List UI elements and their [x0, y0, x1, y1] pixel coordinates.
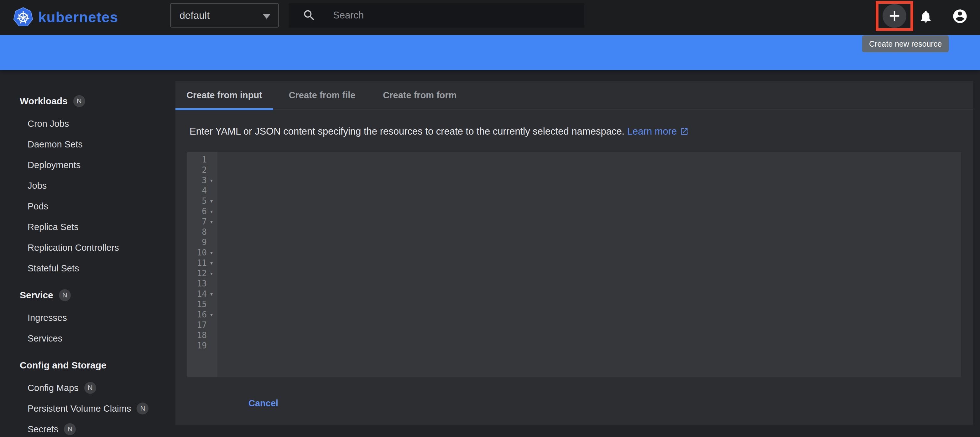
sidebar-item-label: Secrets: [27, 424, 58, 434]
sidebar-item[interactable]: Daemon Sets: [0, 134, 175, 155]
create-card: Create from input Create from file Creat…: [175, 81, 973, 425]
editor-line: 6 ▾: [187, 206, 961, 216]
sidebar-item-label: Jobs: [27, 180, 47, 191]
fold-arrow-icon[interactable]: ▾: [207, 197, 216, 205]
editor-line: 15: [187, 299, 961, 309]
tab-create-from-form[interactable]: Create from form: [371, 81, 469, 109]
sidebar-item[interactable]: Jobs: [0, 175, 175, 196]
fold-arrow-icon[interactable]: ▾: [207, 207, 216, 215]
brand-title: kubernetes: [38, 9, 118, 26]
line-number: 18: [187, 331, 207, 340]
namespace-value: default: [180, 10, 210, 21]
search-box[interactable]: [288, 3, 584, 27]
sidebar-section-title: Workloads: [20, 96, 68, 106]
editor-gutter-cell: 15: [187, 299, 218, 309]
editor-line: 7 ▾: [187, 216, 961, 226]
yaml-editor[interactable]: 1 2: [187, 152, 961, 377]
sidebar-item[interactable]: Services: [0, 328, 175, 349]
sidebar-item[interactable]: Cron Jobs: [0, 113, 175, 134]
line-number: 13: [187, 279, 207, 288]
fold-arrow-icon[interactable]: ▾: [207, 177, 216, 184]
editor-gutter-cell: 8: [187, 227, 218, 237]
fold-arrow-icon[interactable]: ▾: [207, 218, 216, 225]
line-number: 12: [187, 269, 207, 278]
editor-line: 12 ▾: [187, 268, 961, 278]
editor-description: Enter YAML or JSON content specifying th…: [189, 126, 689, 137]
fold-arrow-icon[interactable]: ▾: [207, 311, 216, 318]
sidebar-item[interactable]: Config Maps N: [0, 377, 175, 398]
line-number: 6: [187, 207, 207, 216]
tab-create-from-file[interactable]: Create from file: [273, 81, 371, 109]
editor-line: 19: [187, 340, 961, 351]
editor-gutter-cell: 11 ▾: [187, 258, 218, 268]
sidebar-section: Service N Ingresses Services: [0, 283, 175, 349]
sidebar-item-label: Pods: [27, 201, 48, 212]
sidebar-section-items: Cron Jobs Daemon Sets Deployments: [0, 113, 175, 279]
namespace-select[interactable]: default: [170, 3, 279, 27]
fold-arrow-icon[interactable]: ▾: [207, 259, 216, 267]
sidebar-item[interactable]: Secrets N: [0, 419, 175, 437]
editor-gutter-cell: 14 ▾: [187, 289, 218, 299]
sidebar-section-header: Workloads N: [0, 89, 175, 113]
line-number: 10: [187, 248, 207, 257]
fold-arrow-icon[interactable]: ▾: [207, 269, 216, 277]
cancel-button[interactable]: Cancel: [248, 398, 278, 408]
sidebar-section-items: Ingresses Services: [0, 307, 175, 349]
line-number: 16: [187, 310, 207, 319]
editor-gutter-cell: 12 ▾: [187, 269, 218, 278]
sidebar-item-label: Deployments: [27, 160, 81, 170]
fold-arrow-icon[interactable]: ▾: [207, 249, 216, 256]
editor-gutter-cell: 4: [187, 186, 218, 195]
editor-gutter-cell: 3 ▾: [187, 176, 218, 185]
editor-line: 5 ▾: [187, 196, 961, 206]
sidebar-item-label: Stateful Sets: [27, 263, 79, 274]
editor-line: 8: [187, 226, 961, 237]
editor-line: 17: [187, 320, 961, 330]
sidebar-section-title: Service: [20, 290, 53, 301]
notifications-bell-icon[interactable]: [919, 10, 933, 24]
sidebar-nav: Workloads N Cron Jobs Daemon Sets: [0, 70, 175, 437]
sidebar-item[interactable]: Persistent Volume Claims N: [0, 398, 175, 419]
sidebar-item[interactable]: Replica Sets: [0, 217, 175, 237]
tab-create-from-input[interactable]: Create from input: [175, 81, 273, 109]
editor-line: 13: [187, 278, 961, 289]
create-new-resource-button[interactable]: [883, 4, 906, 28]
sidebar-item[interactable]: Stateful Sets: [0, 258, 175, 279]
line-number: 17: [187, 320, 207, 329]
account-icon[interactable]: [952, 8, 968, 24]
editor-line: 11 ▾: [187, 258, 961, 268]
sidebar-section-items: Config Maps N Persistent Volume Claims N…: [0, 377, 175, 437]
sidebar-item-label: Replica Sets: [27, 222, 79, 232]
create-tabs: Create from input Create from file Creat…: [175, 81, 973, 110]
editor-gutter-cell: 10 ▾: [187, 248, 218, 257]
editor-gutter-cell: 9: [187, 238, 218, 247]
external-link-icon: [680, 127, 689, 136]
sidebar-item[interactable]: Replication Controllers: [0, 237, 175, 258]
sidebar-item[interactable]: Ingresses: [0, 307, 175, 328]
learn-more-link[interactable]: Learn more: [627, 126, 689, 137]
namespaced-badge: N: [73, 95, 85, 107]
chevron-down-icon: [262, 14, 271, 19]
editor-gutter-cell: 19: [187, 341, 218, 350]
line-number: 2: [187, 165, 207, 175]
line-number: 8: [187, 227, 207, 237]
line-number: 15: [187, 299, 207, 309]
sidebar-item-label: Ingresses: [27, 313, 67, 323]
sidebar-item-label: Replication Controllers: [27, 242, 119, 253]
sidebar-item-label: Services: [27, 333, 62, 344]
sidebar-item[interactable]: Pods: [0, 196, 175, 217]
sidebar-item-label: Cron Jobs: [27, 119, 69, 129]
fold-arrow-icon[interactable]: ▾: [207, 290, 216, 298]
editor-gutter-cell: 2: [187, 165, 218, 175]
search-input[interactable]: [333, 10, 552, 21]
line-number: 14: [187, 289, 207, 299]
namespaced-badge: N: [137, 402, 148, 415]
sidebar-section: Config and Storage Config Maps N Persist…: [0, 353, 175, 437]
editor-line: 14 ▾: [187, 289, 961, 299]
editor-gutter-cell: 5 ▾: [187, 196, 218, 206]
line-number: 9: [187, 238, 207, 247]
namespaced-badge: N: [64, 423, 76, 435]
kubernetes-logo-icon: [13, 7, 33, 27]
sidebar-section-header: Service N: [0, 283, 175, 307]
sidebar-item[interactable]: Deployments: [0, 155, 175, 175]
